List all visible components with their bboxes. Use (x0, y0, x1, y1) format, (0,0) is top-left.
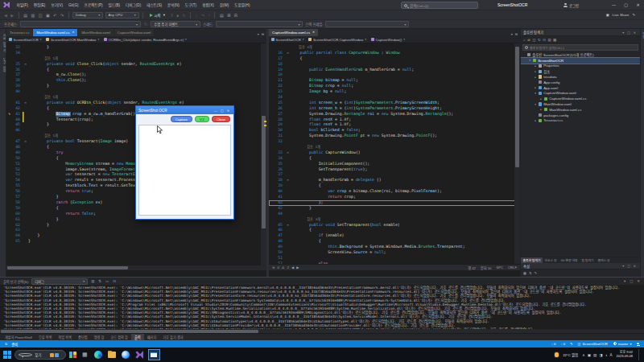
tree-item[interactable]: ▸tessdata (521, 74, 640, 80)
code-line[interactable]: 22 Bitmap crop = null; (269, 84, 520, 89)
live-share-button[interactable]: Live Share (613, 13, 630, 17)
tray-icon[interactable]: ▤ (593, 353, 597, 357)
fold-margin[interactable] (285, 250, 291, 256)
menu-item[interactable]: 디버그(D) (123, 0, 144, 10)
code-line[interactable]: 41 return crop; (269, 195, 520, 200)
menu-item[interactable]: 보기(V) (48, 0, 66, 10)
output-source-dropdown[interactable]: 디버그 ▾ (31, 278, 88, 285)
code-line[interactable]: 21 Bitmap bitmap = null; (269, 78, 520, 84)
tree-item[interactable]: 솔루션 'ScreenShotOCR'(1/1개 프로젝트) (521, 52, 640, 58)
fold-margin[interactable] (23, 200, 28, 206)
fold-margin[interactable] (285, 261, 291, 264)
fold-margin[interactable] (23, 172, 28, 178)
fold-margin[interactable] (23, 145, 28, 150)
vertical-scrollbar[interactable] (514, 43, 520, 264)
code-line[interactable]: 45⊟ public void SetTransparent(bool enab… (269, 223, 520, 228)
fold-margin[interactable]: ⊟ (23, 101, 28, 106)
line-indicator[interactable]: 행 42 (468, 265, 476, 270)
expand-icon[interactable]: ▾ (534, 103, 537, 106)
fold-margin[interactable] (23, 56, 28, 62)
tray-icon[interactable]: A (609, 353, 612, 357)
fold-margin[interactable] (285, 45, 291, 51)
fold-margin[interactable]: ⊟ (285, 51, 291, 56)
menu-item[interactable]: 테스트(S) (144, 0, 165, 10)
expand-icon[interactable]: ▸ (539, 108, 543, 111)
fold-margin[interactable] (23, 117, 28, 123)
fold-margin[interactable] (285, 62, 291, 68)
code-line[interactable]: 17 { (269, 56, 520, 62)
breadcrumb-item[interactable]: OCRBtn_Click(object sender, RoutedEventA… (104, 38, 187, 42)
code-line[interactable]: 47 if (enable) (269, 233, 520, 239)
task-view-icon[interactable]: ▦ (80, 350, 90, 360)
menu-item[interactable]: 프로젝트(P) (81, 0, 105, 10)
visual-studio-icon[interactable] (134, 350, 145, 360)
column-indicator[interactable]: 문자 10 (481, 265, 492, 270)
fold-margin[interactable] (285, 239, 291, 245)
code-line[interactable]: 35 InitializeComponent(); (269, 162, 520, 167)
menu-item[interactable]: 빌드(B) (105, 0, 123, 10)
code-line[interactable]: 34 { (269, 156, 520, 162)
open-file-button[interactable]: ▥ (30, 10, 35, 20)
save-all-button[interactable]: ▣ (45, 10, 51, 20)
pause-button[interactable]: ‖ (170, 10, 173, 20)
categorized-button[interactable]: ▦ (523, 271, 526, 275)
bookmark-button[interactable]: ⊟ (233, 10, 238, 20)
code-line[interactable]: 42 }; (269, 200, 520, 206)
code-line[interactable]: 46 { (269, 228, 520, 233)
code-line[interactable]: 38 this.Close(); (6, 78, 266, 84)
fold-margin[interactable] (285, 78, 291, 84)
code-line[interactable]: 40 var crop = bitmap.Clone(roi, bitmap.P… (269, 189, 520, 195)
fold-margin[interactable] (23, 206, 28, 212)
expand-icon[interactable]: ▸ (539, 97, 543, 101)
editor-tab[interactable]: MainWindow.xaml.cs✕ (33, 29, 77, 36)
code-line[interactable]: 28 float resX = 1.0f; (269, 117, 520, 123)
code-line[interactable]: 40 (6, 89, 266, 95)
fold-margin[interactable] (23, 112, 28, 117)
fold-margin[interactable] (23, 72, 28, 78)
new-file-button[interactable]: ▤ (23, 10, 28, 20)
start-debugging-button[interactable]: 시작 ▾ (147, 10, 168, 20)
code-line[interactable]: 참조 4개 (269, 45, 520, 51)
tree-item[interactable]: ▸CaptureWindow.xaml.cs (521, 96, 640, 101)
menu-item[interactable]: 파일(F) (14, 0, 31, 10)
code-line[interactable]: 참조 1개 (6, 95, 266, 101)
expand-icon[interactable]: ▸ (534, 76, 537, 79)
fold-margin[interactable] (285, 200, 291, 206)
fold-margin[interactable] (285, 156, 291, 162)
breadcrumb-item[interactable]: CaptureWindow()▾ (371, 38, 405, 42)
repository-button[interactable]: ◫ ScreenShotOCR (578, 342, 608, 346)
weather-text[interactable]: 22°C 맑음 (563, 352, 578, 357)
taskbar-clock[interactable]: 오후 9:02 2023-09-08 (617, 351, 633, 358)
code-line[interactable]: 32 (269, 139, 520, 145)
menu-item[interactable]: 도움말(H) (232, 0, 253, 10)
fold-margin[interactable] (285, 72, 291, 78)
tray-icon[interactable]: ∧ (582, 353, 584, 357)
fold-margin[interactable] (285, 122, 291, 128)
edge-browser-icon[interactable] (93, 350, 104, 360)
maximize-button[interactable]: ▢ (620, 0, 632, 10)
fold-margin[interactable] (23, 178, 28, 183)
fold-margin[interactable]: ⊟ (285, 223, 291, 228)
code-line[interactable]: 38⊟ m_handlerGrab = delegate () (269, 178, 520, 183)
undo-button[interactable]: ↶ (52, 10, 57, 20)
browser-icon[interactable] (121, 350, 131, 360)
refresh-button[interactable]: ↻ (538, 38, 541, 42)
tree-item[interactable]: App.config (521, 80, 640, 85)
fold-margin[interactable] (23, 95, 28, 101)
notification-center-button[interactable] (638, 349, 641, 360)
code-line[interactable]: 30 bool bClicked = false; (269, 128, 520, 134)
app-close-button[interactable]: ✕ (225, 109, 231, 113)
indent-indicator[interactable]: SPC (496, 265, 503, 270)
code-line[interactable]: 33 } (6, 45, 266, 51)
editor-tab[interactable]: MainWindow.xaml (78, 29, 113, 36)
app-minimize-button[interactable]: — (213, 109, 219, 113)
commits-ahead[interactable]: ↑ 0 (551, 342, 556, 346)
fold-margin[interactable] (285, 189, 291, 195)
fold-margin[interactable] (23, 84, 28, 89)
fold-margin[interactable] (23, 122, 28, 128)
platform-dropdown[interactable]: Any CPU▾ (105, 12, 139, 19)
editor-tab[interactable]: CaptureWindow.xaml (114, 29, 154, 36)
close-icon[interactable]: ✕ (636, 279, 641, 283)
fold-margin[interactable] (23, 183, 28, 189)
fold-margin[interactable] (23, 156, 28, 162)
